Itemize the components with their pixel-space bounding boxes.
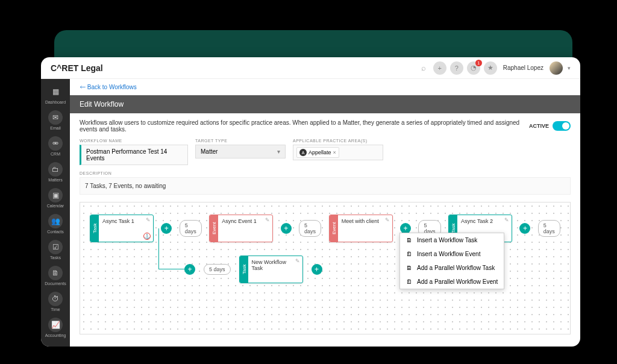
- parallel-event-icon: 🗓: [406, 278, 413, 285]
- duration-pill[interactable]: 5 days: [204, 264, 231, 275]
- edit-icon[interactable]: ✎: [265, 217, 270, 223]
- add-node-button[interactable]: +: [519, 223, 530, 234]
- tasks-icon: ☑: [48, 240, 63, 254]
- menu-insert-event[interactable]: 🗓Insert a Workflow Event: [400, 247, 504, 261]
- sidebar-item-tasks[interactable]: ☑Tasks: [41, 237, 70, 263]
- node-async-task-1[interactable]: Task Async Task 1 ✎ ⚓: [90, 215, 154, 242]
- description-label: DESCRIPTION: [80, 171, 571, 175]
- node-type-event: Event: [330, 215, 338, 242]
- menu-parallel-event[interactable]: 🗓Add a Parallel Workflow Event: [400, 275, 504, 289]
- back-to-workflows-link[interactable]: 🡐 Back to Workflows: [70, 79, 580, 95]
- practice-area-group: APPLICABLE PRACTICE AREA(S) A Appellate …: [293, 139, 383, 165]
- add-node-button[interactable]: +: [281, 223, 292, 234]
- description-group: DESCRIPTION 7 Tasks, 7 Events, no awaiti…: [80, 171, 571, 195]
- sidebar-item-email[interactable]: ✉Email: [41, 107, 70, 133]
- node-type-task: Task: [240, 256, 248, 283]
- sidebar-item-accounting[interactable]: 📈Accounting: [41, 315, 70, 340]
- sidebar-item-time[interactable]: ⏱Time: [41, 289, 70, 315]
- node-type-task: Task: [90, 215, 99, 242]
- documents-icon: 🗎: [48, 266, 63, 280]
- calendar-icon: ▣: [48, 188, 63, 202]
- sidebar-item-dashboard[interactable]: ▦Dashboard: [41, 81, 70, 107]
- workflow-name-group: WORKFLOW NAME Postman Performance Test 1…: [80, 139, 188, 165]
- practice-area-label: APPLICABLE PRACTICE AREA(S): [293, 139, 383, 143]
- add-node-button[interactable]: +: [184, 264, 195, 275]
- sidebar: ▦Dashboard ✉Email ⚮CRM 🗀Matters ▣Calenda…: [41, 79, 70, 347]
- node-type-event: Event: [210, 215, 218, 242]
- accounting-icon: 📈: [48, 318, 63, 332]
- sidebar-item-matters[interactable]: 🗀Matters: [41, 159, 70, 185]
- tag-badge-icon: A: [299, 149, 307, 156]
- practice-area-input[interactable]: A Appellate ×: [293, 145, 383, 160]
- workflow-name-input[interactable]: Postman Performance Test 14 Events: [80, 145, 188, 165]
- crm-icon: ⚮: [48, 136, 63, 151]
- anchor-icon: ⚓: [143, 233, 151, 240]
- task-icon: 🗎: [406, 237, 413, 243]
- node-new-workflow-task[interactable]: Task New Workflow Task✎: [239, 256, 303, 283]
- sidebar-item-crm[interactable]: ⚮CRM: [41, 133, 70, 159]
- target-type-label: TARGET TYPE: [195, 139, 286, 143]
- duration-pill[interactable]: 5 days: [299, 220, 321, 237]
- sidebar-item-calendar[interactable]: ▣Calendar: [41, 185, 70, 211]
- edit-icon[interactable]: ✎: [295, 258, 300, 264]
- matters-icon: 🗀: [48, 162, 63, 177]
- email-icon: ✉: [48, 110, 63, 125]
- time-icon: ⏱: [48, 292, 63, 306]
- node-meet-with-client[interactable]: Event Meet with client✎: [329, 215, 393, 242]
- active-toggle[interactable]: [553, 121, 571, 131]
- notifications-icon[interactable]: ◔1: [467, 61, 480, 75]
- dashboard-icon: ▦: [48, 84, 63, 99]
- menu-insert-task[interactable]: 🗎Insert a Workflow Task: [400, 233, 504, 247]
- page-intro-row: Workflows allow users to customize requi…: [70, 113, 580, 139]
- active-toggle-group: ACTIVE: [529, 121, 571, 131]
- favorites-icon[interactable]: ★: [484, 61, 497, 75]
- user-menu-chevron-icon[interactable]: ▾: [568, 65, 571, 71]
- help-icon[interactable]: ?: [450, 61, 463, 75]
- main-content: 🡐 Back to Workflows Edit Workflow Workfl…: [70, 79, 580, 347]
- page-intro-text: Workflows allow users to customize requi…: [80, 119, 529, 133]
- contacts-icon: 👥: [48, 214, 63, 228]
- description-input[interactable]: 7 Tasks, 7 Events, no awaiting: [80, 177, 571, 195]
- add-icon[interactable]: +: [433, 61, 446, 75]
- event-icon: 🗓: [406, 251, 413, 257]
- menu-parallel-task[interactable]: 🗎Add a Parallel Workflow Task: [400, 261, 504, 275]
- edit-icon[interactable]: ✎: [385, 217, 390, 223]
- notification-badge: 1: [475, 60, 482, 66]
- header-actions: ⌕ + ? ◔1 ★ Raphael Lopez ▾: [421, 61, 571, 75]
- app-window: C^RET Legal ⌕ + ? ◔1 ★ Raphael Lopez ▾ ▦…: [41, 57, 580, 347]
- practice-area-tag: A Appellate ×: [296, 147, 339, 158]
- flow-row-2: + 5 days Task New Workflow Task✎ +: [184, 256, 322, 283]
- username-label: Raphael Lopez: [503, 64, 543, 71]
- workflow-name-label: WORKFLOW NAME: [80, 139, 188, 143]
- node-async-event-1[interactable]: Event Async Event 1✎: [209, 215, 273, 242]
- sidebar-item-documents[interactable]: 🗎Documents: [41, 263, 70, 289]
- active-label: ACTIVE: [529, 123, 549, 129]
- app-logo: C^RET Legal: [51, 63, 103, 73]
- parallel-task-icon: 🗎: [406, 265, 413, 271]
- app-header: C^RET Legal ⌕ + ? ◔1 ★ Raphael Lopez ▾: [41, 57, 580, 79]
- tag-remove-icon[interactable]: ×: [333, 149, 336, 155]
- edit-icon[interactable]: ✎: [504, 217, 509, 223]
- edit-icon[interactable]: ✎: [146, 217, 151, 223]
- form-row: WORKFLOW NAME Postman Performance Test 1…: [70, 139, 580, 171]
- duration-pill[interactable]: 5 days: [538, 220, 560, 237]
- avatar[interactable]: [550, 61, 563, 75]
- add-node-button[interactable]: +: [312, 264, 322, 275]
- workflow-canvas[interactable]: Task Async Task 1 ✎ ⚓ + 5 days Event Asy…: [80, 202, 571, 334]
- add-node-context-menu: 🗎Insert a Workflow Task 🗓Insert a Workfl…: [399, 233, 504, 289]
- sidebar-item-contacts[interactable]: 👥Contacts: [41, 211, 70, 237]
- target-type-select[interactable]: Matter: [195, 145, 286, 158]
- search-icon[interactable]: ⌕: [421, 63, 426, 72]
- target-type-group: TARGET TYPE Matter: [195, 139, 286, 165]
- page-title: Edit Workflow: [70, 95, 580, 113]
